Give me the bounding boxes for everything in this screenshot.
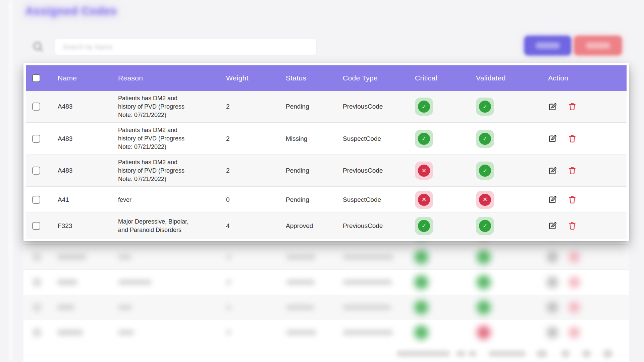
blurred-validated-indicator xyxy=(476,249,491,265)
critical-check-badge: ✓ xyxy=(415,217,433,235)
cell-action xyxy=(537,102,627,111)
blurred-reason xyxy=(118,330,134,335)
blurred-name xyxy=(57,329,83,336)
check-icon: ✓ xyxy=(479,165,491,177)
blurred-edit-icon xyxy=(547,277,558,288)
edit-icon xyxy=(548,102,557,111)
check-icon: ✓ xyxy=(479,220,491,232)
column-header-action: Action xyxy=(537,74,627,82)
column-header-code-type: Code Type xyxy=(332,74,404,82)
column-header-status: Status xyxy=(275,74,332,82)
blurred-reason xyxy=(118,305,132,310)
edit-button[interactable] xyxy=(548,221,557,230)
page-left-edge xyxy=(9,0,13,362)
table-row: A483 Patients has DM2 and history of PVD… xyxy=(26,91,627,123)
danger-action-button[interactable] xyxy=(574,36,622,55)
cell-code-type: PreviousCode xyxy=(332,222,404,230)
cell-code-type: PreviousCode xyxy=(332,103,404,110)
critical-check-badge: ✓ xyxy=(415,130,433,148)
edit-button[interactable] xyxy=(548,195,557,204)
edit-icon xyxy=(548,166,557,175)
blurred-delete-icon xyxy=(569,302,580,313)
cell-name: A483 xyxy=(47,135,107,142)
blurred-critical-indicator xyxy=(414,300,429,315)
blurred-next-page-icon xyxy=(582,350,591,358)
check-icon: ✓ xyxy=(479,101,491,113)
blurred-checkbox xyxy=(33,303,41,312)
row-checkbox[interactable] xyxy=(32,135,40,143)
blurred-name xyxy=(57,254,87,260)
cell-reason: fever xyxy=(107,192,215,207)
blurred-critical-indicator xyxy=(414,275,429,290)
background-table-row xyxy=(23,320,629,345)
danger-button-label-blurred xyxy=(586,42,610,49)
blurred-rows-per-page-label xyxy=(396,351,450,357)
edit-button[interactable] xyxy=(548,134,557,143)
blurred-reason xyxy=(118,254,131,260)
blurred-code-type xyxy=(343,280,392,285)
row-checkbox[interactable] xyxy=(32,167,40,175)
row-checkbox[interactable] xyxy=(32,222,40,230)
header-select-cell xyxy=(26,74,47,82)
table-row: F323 Major Depressive, Bipolar, and Para… xyxy=(26,213,627,239)
primary-action-button[interactable] xyxy=(524,36,571,55)
blurred-status xyxy=(286,280,315,285)
pagination-bar xyxy=(23,345,629,362)
cell-critical: ✕ xyxy=(404,162,465,180)
check-icon: ✓ xyxy=(418,133,430,145)
edit-icon xyxy=(548,195,557,204)
edit-button[interactable] xyxy=(548,102,557,111)
trash-icon xyxy=(568,195,577,204)
cell-status: Pending xyxy=(275,103,332,110)
select-all-checkbox[interactable] xyxy=(32,74,40,82)
primary-button-label-blurred xyxy=(535,42,560,49)
blurred-checkbox xyxy=(33,278,41,287)
delete-button[interactable] xyxy=(568,134,577,143)
cell-critical: ✓ xyxy=(404,217,465,235)
cell-code-type: PreviousCode xyxy=(332,167,404,174)
delete-button[interactable] xyxy=(568,222,577,230)
cell-action xyxy=(537,166,627,175)
cell-critical: ✕ xyxy=(404,191,465,209)
cross-icon: ✕ xyxy=(418,194,430,206)
cell-validated: ✓ xyxy=(465,217,537,235)
row-checkbox[interactable] xyxy=(32,103,40,111)
cell-status: Pending xyxy=(275,196,332,203)
validated-check-badge: ✓ xyxy=(476,217,494,235)
cell-reason: Major Depressive, Bipolar, and Paranoid … xyxy=(107,214,215,238)
check-icon: ✓ xyxy=(479,133,491,145)
blurred-first-page-icon xyxy=(536,350,548,358)
delete-button[interactable] xyxy=(568,102,577,111)
blurred-code-type xyxy=(343,305,391,310)
column-header-reason: Reason xyxy=(107,74,215,82)
trash-icon xyxy=(568,102,577,111)
cell-reason: Patients has DM2 and history of PVD (Pro… xyxy=(107,91,215,122)
search-input[interactable]: Search by Name xyxy=(55,39,316,55)
background-table-row xyxy=(23,270,629,295)
row-checkbox[interactable] xyxy=(32,196,40,204)
blurred-reason xyxy=(118,280,152,285)
column-header-name: Name xyxy=(47,74,107,82)
blurred-status xyxy=(286,254,316,260)
blurred-delete-icon xyxy=(569,327,580,338)
cell-weight: 0 xyxy=(215,196,275,203)
cross-icon: ✕ xyxy=(479,194,491,206)
blurred-rows-per-page-value xyxy=(456,351,466,357)
background-table-row xyxy=(23,245,629,270)
blurred-status xyxy=(286,305,314,310)
blurred-page-range-label xyxy=(488,351,526,357)
blurred-prev-page-icon xyxy=(561,350,570,358)
cell-code-type: SuspectCode xyxy=(332,135,404,142)
cell-critical: ✓ xyxy=(404,98,465,116)
blurred-checkbox xyxy=(33,253,41,261)
blurred-code-type xyxy=(343,330,393,335)
assigned-codes-table-dialog: Name Reason Weight Status Code Type Crit… xyxy=(23,63,629,241)
cell-critical: ✓ xyxy=(404,130,465,148)
cell-action xyxy=(537,221,627,230)
cell-code-type: SuspectCode xyxy=(332,196,404,203)
delete-button[interactable] xyxy=(568,166,577,175)
delete-button[interactable] xyxy=(568,195,577,204)
edit-button[interactable] xyxy=(548,166,557,175)
blurred-validated-indicator xyxy=(476,325,491,340)
blurred-validated-indicator xyxy=(476,275,491,290)
